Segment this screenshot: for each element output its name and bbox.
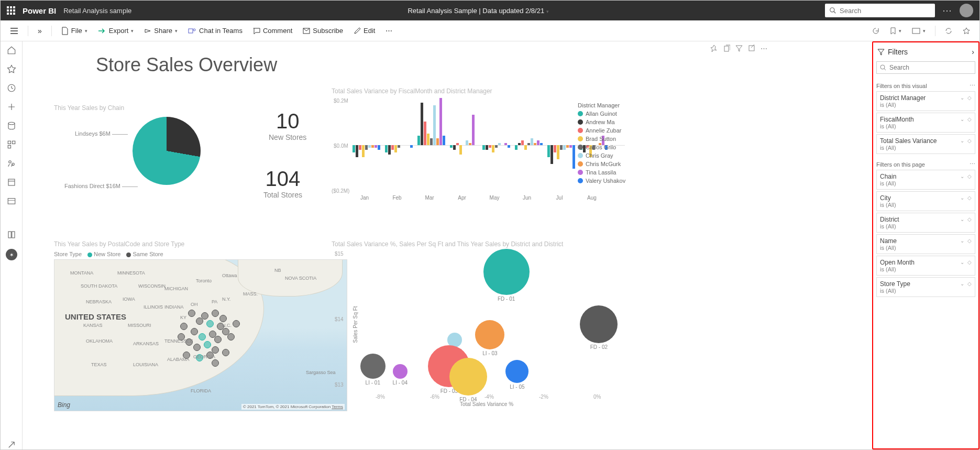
apps-icon[interactable] <box>7 140 16 149</box>
map-marker[interactable] <box>204 341 211 348</box>
edit-button[interactable]: Edit <box>349 25 379 37</box>
bar-legend[interactable]: District Manager Allan GuinotAndrew MaAn… <box>578 102 627 186</box>
map-marker[interactable] <box>180 323 188 330</box>
workspace-name[interactable]: Retail Analysis sample <box>63 7 131 15</box>
focus-icon[interactable] <box>748 45 755 52</box>
legend-item[interactable]: Carlos Grilo <box>578 144 627 150</box>
scatter-visual[interactable]: Total Sales Variance %, Sales Per Sq Ft … <box>332 240 625 408</box>
view-menu[interactable]: ▾ <box>908 26 930 36</box>
filter-card[interactable]: FiscalMonthis (All)⌄◇ <box>876 113 975 133</box>
filter-card[interactable]: Chainis (All)⌄◇ <box>876 170 975 190</box>
legend-item[interactable]: Valery Ushakov <box>578 178 627 184</box>
favorite-button[interactable] <box>959 25 974 37</box>
map-marker[interactable] <box>206 320 214 327</box>
map-marker[interactable] <box>227 333 235 341</box>
visual-more-icon[interactable]: ⋯ <box>761 45 767 52</box>
bar-group[interactable]: Jun <box>515 138 544 146</box>
bar-group[interactable]: May <box>482 138 511 146</box>
bar-group[interactable]: Jan <box>353 134 381 146</box>
filter-search-input[interactable] <box>889 64 972 71</box>
copy-icon[interactable] <box>723 45 730 52</box>
more-icon[interactable]: ⋯ <box>942 5 952 16</box>
current-workspace-icon[interactable]: ✶ <box>6 249 17 260</box>
comment-button[interactable]: Comment <box>249 25 296 37</box>
global-search[interactable] <box>825 4 935 17</box>
create-icon[interactable] <box>7 102 16 112</box>
map-marker[interactable] <box>212 359 219 367</box>
bar-group[interactable]: Feb <box>385 136 414 145</box>
chevron-right-icon[interactable]: › <box>972 48 974 56</box>
bar-group[interactable]: Jul <box>547 122 576 145</box>
bubble[interactable] <box>449 358 487 396</box>
pages-toggle[interactable]: » <box>34 25 46 37</box>
legend-item[interactable]: Allan Guinot <box>578 111 627 117</box>
chat-teams[interactable]: Chat in Teams <box>184 25 247 37</box>
map-marker[interactable] <box>222 349 229 356</box>
map-marker[interactable] <box>193 344 201 351</box>
report-header[interactable]: Retail Analysis Sample | Data updated 2/… <box>139 7 818 15</box>
card-new-stores[interactable]: 10 New Stores <box>269 109 306 141</box>
my-workspace-icon[interactable] <box>7 230 16 239</box>
bubble[interactable] <box>483 249 530 295</box>
bar-group[interactable]: Apr <box>450 115 479 146</box>
map-marker[interactable] <box>212 310 219 317</box>
export-menu[interactable]: Export▾ <box>94 25 138 37</box>
map-marker[interactable] <box>219 315 227 322</box>
legend-item[interactable]: Annelie Zubar <box>578 127 627 134</box>
bubble[interactable] <box>475 320 504 349</box>
pie-chart[interactable] <box>133 117 201 185</box>
search-input[interactable] <box>840 7 931 15</box>
legend-item[interactable]: Andrew Ma <box>578 119 627 125</box>
bubble[interactable] <box>360 354 386 379</box>
file-menu[interactable]: File▾ <box>57 25 92 37</box>
map-marker[interactable] <box>188 310 195 317</box>
filters-header[interactable]: Filters › <box>876 46 975 58</box>
bubble[interactable] <box>505 360 528 383</box>
legend-item[interactable]: Chris Gray <box>578 152 627 159</box>
filter-card[interactable]: Open Monthis (All)⌄◇ <box>876 256 975 276</box>
bubble[interactable] <box>580 305 618 343</box>
filter-card[interactable]: Nameis (All)⌄◇ <box>876 234 975 254</box>
avatar[interactable] <box>960 4 973 17</box>
reset-button[interactable] <box>868 25 884 37</box>
map-marker[interactable] <box>191 328 198 335</box>
bar-group[interactable]: Mar <box>417 98 446 145</box>
bubble[interactable] <box>393 364 408 379</box>
learn-icon[interactable] <box>7 178 16 187</box>
workspaces-icon[interactable] <box>7 196 16 206</box>
pin-icon[interactable] <box>710 45 718 52</box>
legend-item[interactable]: Brad Sutton <box>578 136 627 142</box>
refresh-button[interactable] <box>941 25 956 37</box>
overflow-menu[interactable]: ⋯ <box>381 25 397 37</box>
filter-card[interactable]: Districtis (All)⌄◇ <box>876 213 975 233</box>
legend-item[interactable]: Tina Lassila <box>578 169 627 175</box>
map-marker[interactable] <box>201 312 208 320</box>
card-total-stores[interactable]: 104 Total Stores <box>263 167 302 199</box>
more-icon[interactable]: ⋯ <box>970 82 975 89</box>
recent-icon[interactable] <box>7 83 16 93</box>
bookmark-menu[interactable]: ▾ <box>886 25 906 37</box>
nav-toggle[interactable] <box>6 25 23 37</box>
share-menu[interactable]: Share▾ <box>140 25 182 37</box>
filter-card[interactable]: District Manageris (All)⌄◇ <box>876 91 975 111</box>
svg-rect-15 <box>8 232 11 238</box>
filter-card[interactable]: Store Typeis (All)⌄◇ <box>876 277 975 297</box>
datasets-icon[interactable] <box>7 121 16 130</box>
getdata-icon[interactable] <box>7 440 16 449</box>
map-marker[interactable] <box>233 320 240 327</box>
home-icon[interactable] <box>7 46 16 55</box>
app-launcher-icon[interactable] <box>7 6 15 15</box>
filter-card[interactable]: Cityis (All)⌄◇ <box>876 191 975 211</box>
favorites-icon[interactable] <box>7 64 16 74</box>
filter-icon[interactable] <box>735 45 743 52</box>
more-icon[interactable]: ⋯ <box>970 161 975 168</box>
filter-search[interactable] <box>876 61 975 74</box>
map-visual[interactable]: This Year Sales by PostalCode and Store … <box>54 240 347 411</box>
subscribe-button[interactable]: Subscribe <box>299 25 347 37</box>
filter-card[interactable]: Total Sales Varianceis (All)⌄◇ <box>876 134 975 154</box>
shared-icon[interactable] <box>7 159 16 168</box>
map[interactable]: UNITED STATES Bing © 2021 TomTom, © 2021… <box>54 259 347 411</box>
map-marker[interactable] <box>199 333 206 341</box>
map-marker[interactable] <box>214 336 222 343</box>
legend-item[interactable]: Chris McGurk <box>578 161 627 167</box>
